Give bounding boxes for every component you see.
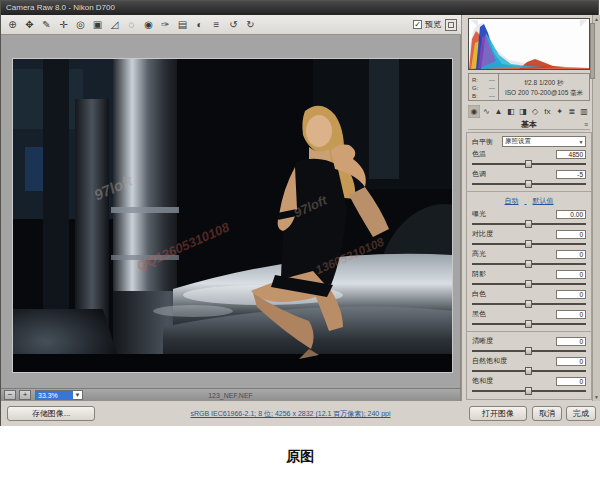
- fullscreen-toggle-icon[interactable]: [445, 19, 457, 31]
- white-balance-tool-icon[interactable]: ✎: [39, 17, 54, 32]
- clarity-slider[interactable]: [472, 347, 586, 355]
- auto-link[interactable]: 自动: [505, 197, 519, 204]
- preview-label: 预览: [425, 19, 441, 30]
- preferences-icon[interactable]: ≡: [209, 17, 224, 32]
- whites-value[interactable]: 0: [556, 290, 586, 299]
- shadows-value[interactable]: 0: [556, 270, 586, 279]
- adjustment-brush-tool-icon[interactable]: ✑: [158, 17, 173, 32]
- rotate-right-icon[interactable]: ↻: [243, 17, 258, 32]
- slider-thumb[interactable]: [525, 300, 532, 308]
- done-button[interactable]: 完成: [566, 406, 596, 421]
- exif-iso-lens: ISO 200 70-200@105 毫米: [499, 88, 589, 98]
- zoom-tool-icon[interactable]: ⊕: [5, 17, 20, 32]
- rgb-readout: R:--- G:--- B:---: [469, 74, 499, 100]
- slider-thumb[interactable]: [525, 367, 532, 375]
- hsl-grayscale-tab-icon[interactable]: ◧: [505, 105, 517, 118]
- lens-corrections-tab-icon[interactable]: ◇: [529, 105, 541, 118]
- red-eye-tool-icon[interactable]: ◉: [141, 17, 156, 32]
- workflow-options-link[interactable]: sRGB IEC61966-2.1; 8 位; 4256 x 2832 (12.…: [121, 409, 460, 419]
- targeted-adjustment-tool-icon[interactable]: ◎: [73, 17, 88, 32]
- scrollbar-thumb[interactable]: [590, 23, 595, 79]
- graduated-filter-tool-icon[interactable]: ▤: [175, 17, 190, 32]
- exif-aperture-shutter: f/2.8 1/200 秒: [499, 78, 589, 88]
- slider-thumb[interactable]: [525, 220, 532, 228]
- scroll-up-icon[interactable]: ▲: [593, 16, 600, 22]
- adjustments-panel: R:--- G:--- B:--- f/2.8 1/200 秒 ISO 200 …: [461, 15, 600, 401]
- cancel-button[interactable]: 取消: [532, 406, 562, 421]
- shadow-clipping-icon[interactable]: [471, 20, 478, 27]
- contrast-slider[interactable]: [472, 240, 586, 248]
- white-balance-value: 原照设置: [503, 137, 577, 146]
- divider: [467, 191, 591, 192]
- color-sampler-tool-icon[interactable]: ✛: [56, 17, 71, 32]
- vibrance-value[interactable]: 0: [556, 357, 586, 366]
- blacks-value[interactable]: 0: [556, 310, 586, 319]
- straighten-tool-icon[interactable]: ◿: [107, 17, 122, 32]
- effects-tab-icon[interactable]: fx: [541, 105, 553, 118]
- bottom-bar: 0013605310108 存储图像... sRGB IEC61966-2.1;…: [1, 401, 600, 426]
- exposure-value[interactable]: 0.00: [556, 210, 586, 219]
- tint-slider[interactable]: [472, 180, 586, 188]
- basic-panel-title: 基本 ≡: [468, 119, 590, 130]
- white-balance-label: 白平衡: [472, 137, 502, 147]
- temperature-value[interactable]: 4850: [556, 150, 586, 159]
- preview-toggle[interactable]: ✓ 预览: [413, 19, 441, 30]
- white-balance-select[interactable]: 原照设置 ▼: [502, 136, 586, 147]
- save-image-button[interactable]: 存储图像...: [7, 406, 95, 421]
- shadows-slider[interactable]: [472, 280, 586, 288]
- spot-removal-tool-icon[interactable]: ◌: [124, 17, 139, 32]
- highlight-clipping-icon[interactable]: [580, 20, 587, 27]
- clarity-label: 清晰度: [472, 336, 556, 346]
- slider-thumb[interactable]: [525, 347, 532, 355]
- panel-collapse-icon[interactable]: ≡: [584, 119, 588, 130]
- rotate-left-icon[interactable]: ↺: [226, 17, 241, 32]
- crop-tool-icon[interactable]: ▣: [90, 17, 105, 32]
- contrast-value[interactable]: 0: [556, 230, 586, 239]
- photo-preview[interactable]: 97loft QQ13605310108 97loft 13605310108: [12, 58, 453, 373]
- slider-thumb[interactable]: [525, 320, 532, 328]
- temperature-slider[interactable]: [472, 160, 586, 168]
- highlights-value[interactable]: 0: [556, 250, 586, 259]
- slider-thumb[interactable]: [525, 260, 532, 268]
- tint-value[interactable]: -5: [556, 170, 586, 179]
- r-label: R:: [472, 76, 478, 84]
- basic-tab-icon[interactable]: ◉: [468, 105, 480, 118]
- saturation-slider[interactable]: [472, 387, 586, 395]
- tone-curve-tab-icon[interactable]: ∿: [480, 105, 492, 118]
- slider-thumb[interactable]: [525, 180, 532, 188]
- slider-thumb[interactable]: [525, 240, 532, 248]
- split-toning-tab-icon[interactable]: ◨: [517, 105, 529, 118]
- detail-tab-icon[interactable]: ▲: [492, 105, 504, 118]
- presets-tab-icon[interactable]: ≣: [566, 105, 578, 118]
- window-titlebar[interactable]: Camera Raw 8.0 - Nikon D700: [1, 1, 598, 15]
- panel-scrollbar[interactable]: ▲ ▼: [592, 15, 600, 401]
- tint-label: 色调: [472, 169, 556, 179]
- blacks-label: 黑色: [472, 309, 556, 319]
- highlights-slider[interactable]: [472, 260, 586, 268]
- exposure-slider[interactable]: [472, 220, 586, 228]
- temperature-label: 色温: [472, 149, 556, 159]
- slider-thumb[interactable]: [525, 280, 532, 288]
- page: Camera Raw 8.0 - Nikon D700 ⊕ ✥ ✎ ✛ ◎ ▣ …: [0, 0, 600, 492]
- camera-calibration-tab-icon[interactable]: ✦: [553, 105, 565, 118]
- default-link[interactable]: 默认值: [532, 197, 553, 204]
- page-caption: 原图: [0, 448, 600, 466]
- whites-slider[interactable]: [472, 300, 586, 308]
- blacks-slider[interactable]: [472, 320, 586, 328]
- preview-checkbox[interactable]: ✓: [413, 20, 422, 29]
- shadows-label: 阴影: [472, 269, 556, 279]
- exif-info-box: R:--- G:--- B:--- f/2.8 1/200 秒 ISO 200 …: [468, 73, 590, 101]
- scroll-down-icon[interactable]: ▼: [593, 394, 600, 400]
- filename-label: 123_NEF.NEF: [1, 392, 460, 399]
- image-canvas: 97loft QQ13605310108 97loft 13605310108: [1, 35, 461, 388]
- slider-thumb[interactable]: [525, 160, 532, 168]
- saturation-value[interactable]: 0: [556, 377, 586, 386]
- hand-tool-icon[interactable]: ✥: [22, 17, 37, 32]
- slider-thumb[interactable]: [525, 387, 532, 395]
- vibrance-slider[interactable]: [472, 367, 586, 375]
- clarity-value[interactable]: 0: [556, 337, 586, 346]
- snapshots-tab-icon[interactable]: ▥: [578, 105, 590, 118]
- radial-filter-tool-icon[interactable]: ◐: [192, 17, 207, 32]
- open-image-button[interactable]: 打开图像: [469, 406, 527, 421]
- contrast-label: 对比度: [472, 229, 556, 239]
